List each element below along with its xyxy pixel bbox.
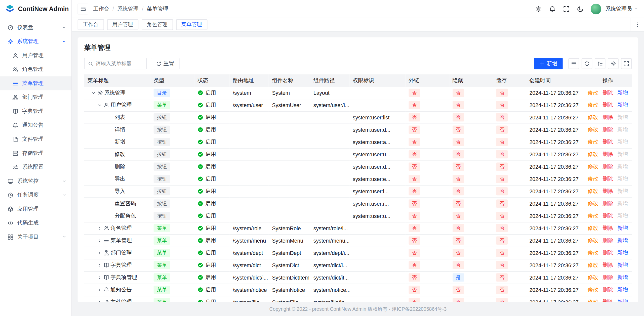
breadcrumb-item[interactable]: 工作台 bbox=[93, 5, 109, 12]
edit-link[interactable]: 修改 bbox=[588, 200, 598, 207]
delete-link[interactable]: 删除 bbox=[602, 249, 613, 256]
edit-link[interactable]: 修改 bbox=[588, 298, 598, 302]
user-name[interactable]: 系统管理员 bbox=[606, 5, 632, 12]
delete-link[interactable]: 删除 bbox=[602, 126, 613, 133]
edit-link[interactable]: 修改 bbox=[588, 126, 598, 133]
sidebar-item-14[interactable]: 代码生成 bbox=[0, 216, 71, 230]
add-link[interactable]: 新增 bbox=[617, 89, 628, 96]
delete-link[interactable]: 删除 bbox=[602, 188, 613, 195]
edit-link[interactable]: 修改 bbox=[588, 249, 598, 256]
cell-cache: 否 bbox=[493, 259, 526, 271]
add-link[interactable]: 新增 bbox=[617, 249, 628, 256]
table-tool-refresh-button[interactable] bbox=[582, 58, 592, 69]
delete-link[interactable]: 删除 bbox=[602, 298, 613, 302]
delete-link[interactable]: 删除 bbox=[602, 163, 613, 170]
edit-link[interactable]: 修改 bbox=[588, 188, 598, 195]
add-link[interactable]: 新增 bbox=[617, 224, 628, 232]
add-link[interactable]: 新增 bbox=[617, 261, 628, 269]
add-link[interactable]: 新增 bbox=[617, 101, 628, 109]
edit-link[interactable]: 修改 bbox=[588, 237, 598, 244]
cache-badge: 否 bbox=[496, 286, 508, 294]
delete-link[interactable]: 删除 bbox=[602, 138, 613, 146]
delete-link[interactable]: 删除 bbox=[602, 237, 613, 244]
delete-link[interactable]: 删除 bbox=[602, 200, 613, 207]
sidebar-item-11[interactable]: 系统监控 bbox=[0, 174, 71, 188]
sidebar-item-1[interactable]: 系统管理 bbox=[0, 34, 71, 49]
sidebar-item-8[interactable]: 文件管理 bbox=[0, 132, 71, 146]
sidebar-item-12[interactable]: 任务调度 bbox=[0, 188, 71, 202]
add-link[interactable]: 新增 bbox=[617, 298, 628, 302]
edit-link[interactable]: 修改 bbox=[588, 286, 598, 293]
expand-right-icon[interactable] bbox=[97, 250, 102, 255]
expand-right-icon[interactable] bbox=[97, 287, 102, 292]
logo[interactable]: ContiNew Admin bbox=[0, 0, 71, 18]
avatar[interactable] bbox=[591, 4, 601, 14]
delete-link[interactable]: 删除 bbox=[602, 114, 613, 121]
expand-right-icon[interactable] bbox=[97, 225, 102, 231]
expand-down-icon[interactable] bbox=[91, 90, 96, 95]
edit-link[interactable]: 修改 bbox=[588, 175, 598, 183]
tab-0[interactable]: 工作台 bbox=[78, 19, 104, 30]
tab-1[interactable]: 用户管理 bbox=[107, 19, 138, 30]
tab-3[interactable]: 菜单管理 bbox=[176, 19, 207, 30]
menu-title: 分配角色 bbox=[115, 212, 136, 219]
header-fullscreen-button[interactable] bbox=[560, 3, 573, 15]
table-tool-list-view-button[interactable] bbox=[569, 58, 579, 69]
delete-link[interactable]: 删除 bbox=[602, 274, 613, 281]
edit-link[interactable]: 修改 bbox=[588, 101, 598, 109]
search-input[interactable] bbox=[96, 61, 143, 67]
edit-link[interactable]: 修改 bbox=[588, 151, 598, 158]
sidebar-item-6[interactable]: 字典管理 bbox=[0, 104, 71, 118]
sidebar-item-4[interactable]: 菜单管理 bbox=[0, 76, 71, 91]
delete-link[interactable]: 删除 bbox=[602, 286, 613, 293]
expand-right-icon[interactable] bbox=[97, 275, 102, 280]
delete-link[interactable]: 删除 bbox=[602, 261, 613, 269]
table-tool-fullscreen-button[interactable] bbox=[621, 58, 632, 69]
table-row: 导入按钮启用system:user:i...否否否2024-11-17 20:3… bbox=[84, 185, 632, 197]
header-settings-button[interactable] bbox=[532, 3, 545, 15]
add-button[interactable]: 新增 bbox=[534, 58, 562, 69]
breadcrumb-item[interactable]: 系统管理 bbox=[117, 5, 139, 12]
sidebar-item-2[interactable]: 用户管理 bbox=[0, 49, 71, 63]
delete-link[interactable]: 删除 bbox=[602, 175, 613, 183]
sidebar-item-7[interactable]: 通知公告 bbox=[0, 118, 71, 132]
delete-link[interactable]: 删除 bbox=[602, 89, 613, 96]
edit-link[interactable]: 修改 bbox=[588, 224, 598, 232]
edit-link[interactable]: 修改 bbox=[588, 212, 598, 219]
edit-link[interactable]: 修改 bbox=[588, 114, 598, 121]
reset-button[interactable]: 重置 bbox=[151, 58, 179, 69]
sidebar-item-0[interactable]: 仪表盘 bbox=[0, 21, 71, 35]
edit-link[interactable]: 修改 bbox=[588, 274, 598, 281]
sidebar-item-5[interactable]: 部门管理 bbox=[0, 90, 71, 104]
expand-right-icon[interactable] bbox=[97, 238, 102, 243]
sidebar-item-15[interactable]: 关于项目 bbox=[0, 230, 71, 244]
edit-link[interactable]: 修改 bbox=[588, 89, 598, 96]
sidebar-item-10[interactable]: 系统配置 bbox=[0, 160, 71, 174]
edit-link[interactable]: 修改 bbox=[588, 138, 598, 146]
add-link[interactable]: 新增 bbox=[617, 237, 628, 244]
delete-link[interactable]: 删除 bbox=[602, 224, 613, 232]
expand-right-icon[interactable] bbox=[97, 262, 102, 268]
sidebar-item-3[interactable]: 角色管理 bbox=[0, 62, 71, 76]
header-dark-mode-button[interactable] bbox=[574, 3, 586, 15]
delete-link[interactable]: 删除 bbox=[602, 151, 613, 158]
external-badge: 否 bbox=[409, 163, 420, 171]
add-link[interactable]: 新增 bbox=[617, 286, 628, 293]
table-tool-row-height-button[interactable] bbox=[595, 58, 605, 69]
sidebar-item-13[interactable]: 应用管理 bbox=[0, 202, 71, 216]
table-tool-column-settings-button[interactable] bbox=[608, 58, 618, 69]
expand-right-icon[interactable] bbox=[97, 299, 102, 302]
tab-2[interactable]: 角色管理 bbox=[141, 19, 173, 30]
sidebar-collapse-button[interactable] bbox=[78, 4, 88, 14]
edit-link[interactable]: 修改 bbox=[588, 261, 598, 269]
tab-more-button[interactable] bbox=[630, 18, 644, 31]
breadcrumb-item[interactable]: 菜单管理 bbox=[147, 5, 168, 12]
sidebar-item-9[interactable]: 存储管理 bbox=[0, 146, 71, 160]
table-row: 部门管理菜单启用/system/deptSystemDeptsystem/dep… bbox=[84, 247, 632, 259]
delete-link[interactable]: 删除 bbox=[602, 101, 613, 109]
header-notifications-button[interactable] bbox=[546, 3, 558, 15]
edit-link[interactable]: 修改 bbox=[588, 163, 598, 170]
expand-down-icon[interactable] bbox=[97, 102, 102, 108]
delete-link[interactable]: 删除 bbox=[602, 212, 613, 219]
add-link[interactable]: 新增 bbox=[617, 274, 628, 281]
